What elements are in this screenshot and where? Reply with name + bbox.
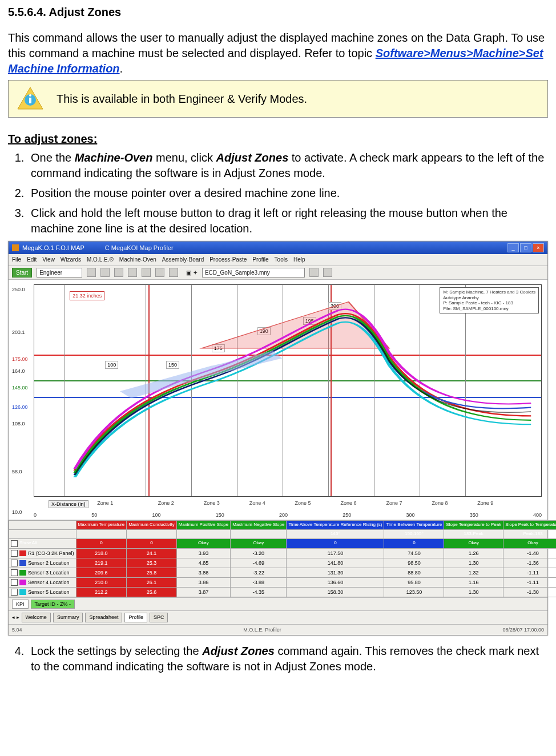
y-tick: 58.0 — [12, 468, 22, 475]
overall-cell: 0 — [76, 538, 127, 548]
menu-help[interactable]: Help — [293, 256, 305, 264]
kpi-cell: 3.93 — [176, 548, 231, 558]
info-line: M: Sample Machine, 7 Heaters and 3 Coole… — [443, 289, 535, 295]
toolbar-icon[interactable] — [87, 268, 96, 277]
toolbar-icon[interactable] — [142, 268, 151, 277]
row-name: Sensor 2 Location — [28, 560, 70, 566]
tab-profile[interactable]: Profile — [124, 613, 147, 622]
menu-tools[interactable]: Tools — [275, 256, 288, 264]
step1-d: Adjust Zones — [216, 151, 289, 164]
row-name: Sensor 5 Location — [28, 589, 70, 596]
graph-area[interactable]: 250.0 203.1 175.00 164.0 145.00 126.00 1… — [9, 280, 547, 520]
menu-file[interactable]: File — [12, 256, 21, 264]
table-row: Sensor 2 Location219.125.34.85-4.69141.8… — [9, 558, 557, 568]
y-tick: 126.00 — [12, 404, 28, 411]
y-tick: 10.0 — [12, 509, 22, 516]
step-1: One the Machine-Oven menu, click Adjust … — [27, 150, 548, 181]
overall-cell: 0 — [127, 538, 176, 548]
toolbar-icon[interactable] — [114, 268, 123, 277]
kpi-cell: -1.30 — [503, 588, 556, 597]
kpi-cell: 26.1 — [127, 578, 176, 588]
start-button[interactable]: Start — [12, 268, 32, 278]
step1-b: Machine-Oven — [75, 151, 153, 164]
menu-mole[interactable]: M.O.L.E.® — [87, 256, 114, 264]
step4-b: Adjust Zones — [202, 645, 275, 657]
minimize-button[interactable]: _ — [507, 243, 519, 252]
kpi-cell: -3.88 — [231, 578, 287, 588]
checkbox[interactable] — [11, 540, 18, 547]
x-tick: 400 — [533, 512, 542, 518]
menu-assembly-board[interactable]: Assembly-Board — [162, 256, 204, 264]
toolbar-icon[interactable] — [309, 268, 319, 277]
x-tick: 300 — [406, 512, 414, 518]
overall-cell: Okay — [503, 538, 556, 548]
checkbox[interactable] — [11, 569, 18, 576]
menu-profile[interactable]: Profile — [252, 256, 268, 264]
kpi-cell: 1.32 — [444, 568, 503, 577]
toolbar-icon[interactable] — [128, 268, 137, 277]
tab-kpi[interactable]: KPI — [12, 600, 29, 609]
kpi-spec-row: 145° 150-165° 183-Peak Peak-183 65 - 90 … — [9, 529, 557, 538]
table-row: Sensor 3 Location209.625.83.86-3.22131.3… — [9, 568, 557, 577]
toolbar-icon[interactable] — [100, 268, 110, 277]
tabs-row-1: KPI Target ID - Z% - — [9, 597, 547, 610]
checkbox[interactable] — [11, 589, 18, 596]
title-left: MegaK.O.1 F.O.I MAP — [22, 244, 84, 252]
menu-edit[interactable]: Edit — [27, 256, 37, 264]
kpi-cell: 1.16 — [444, 578, 503, 588]
status-mid: M.O.L.E. Profiler — [243, 626, 281, 633]
kpi-header: Slope Temperature to Peak — [444, 521, 503, 530]
checkbox[interactable] — [11, 550, 18, 557]
kpi-header-row: Maximum Temperature Maximum Conductivity… — [9, 521, 557, 530]
kpi-cell: 212.2 — [76, 588, 127, 597]
kpi-cell: 25.6 — [127, 588, 176, 597]
zone-label: Zone 6 — [341, 500, 357, 506]
menu-wizards[interactable]: Wizards — [61, 256, 81, 264]
steps-list-cont: Lock the settings by selecting the Adjus… — [27, 644, 548, 674]
kpi-cell: 88.80 — [384, 568, 444, 577]
tab-welcome[interactable]: Welcome — [22, 613, 51, 622]
toolbar-icon[interactable] — [323, 268, 332, 277]
toolbar-icon[interactable] — [155, 268, 164, 277]
menu-machine-oven[interactable]: Machine-Oven — [119, 256, 156, 264]
menu-view[interactable]: View — [42, 256, 55, 264]
kpi-cell: 219.1 — [76, 558, 127, 568]
x-tick: 350 — [470, 512, 478, 518]
x-tick: 250 — [343, 512, 351, 518]
checkbox[interactable] — [11, 560, 18, 566]
kpi-cell: 1.30 — [444, 588, 503, 597]
chart-info-box: M: Sample Machine, 7 Heaters and 3 Coole… — [440, 287, 539, 313]
step1-c: menu, click — [152, 151, 216, 164]
toolbar: Start Engineer ▣ ✦ ECD_GoN_Sample3.mny — [9, 266, 547, 280]
tab-target[interactable]: Target ID - Z% - — [31, 600, 75, 609]
step-3: Click and hold the left mouse button to … — [27, 206, 548, 236]
tab-spreadsheet[interactable]: Spreadsheet — [85, 613, 122, 622]
spec-cell: Peak-183 — [503, 529, 556, 538]
close-button[interactable]: × — [533, 243, 544, 252]
x-axis-label: X-Distance (in) — [49, 500, 88, 508]
statusbar: 5.04 M.O.L.E. Profiler 08/28/07 17:00:00 — [9, 624, 547, 635]
color-chip — [19, 570, 26, 576]
title-right: C MegaKOI Map Profiler — [105, 244, 174, 252]
section-heading: 5.5.6.4. Adjust Zones — [8, 5, 548, 20]
kpi-cell: -3.22 — [231, 568, 287, 577]
y-tick: 250.0 — [12, 286, 25, 293]
mode-select[interactable]: Engineer — [37, 268, 82, 278]
file-select[interactable]: ECD_GoN_Sample3.mny — [202, 268, 305, 278]
kpi-cell: 25.8 — [127, 568, 176, 577]
zone-label: Zone 2 — [158, 500, 174, 506]
menu-process-paste[interactable]: Process-Paste — [209, 256, 247, 264]
kpi-cell: 1.26 — [444, 548, 503, 558]
spec-cell: 145° — [287, 529, 384, 538]
y-tick: 175.00 — [12, 356, 28, 363]
toolbar-icon[interactable] — [169, 268, 178, 277]
tab-spc[interactable]: SPC — [150, 613, 168, 622]
maximize-button[interactable]: □ — [520, 243, 531, 252]
kpi-cell: 210.0 — [76, 578, 127, 588]
status-left: 5.04 — [12, 626, 22, 633]
curves — [34, 285, 541, 496]
table-row: R1 (CO-3 2K Panel)218.024.13.93-3.20117.… — [9, 548, 557, 558]
checkbox[interactable] — [11, 579, 18, 586]
tab-summary[interactable]: Summary — [53, 613, 83, 622]
note-text: This is available in both Engineer & Ver… — [57, 91, 307, 107]
